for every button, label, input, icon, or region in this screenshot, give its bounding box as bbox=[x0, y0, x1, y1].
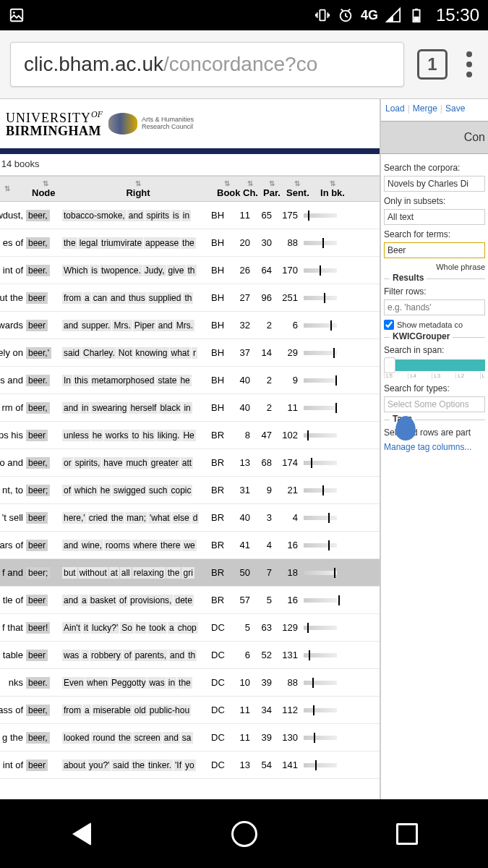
table-row[interactable]: nt, tobeer;ofwhichheswiggedsuchcopicBR31… bbox=[0, 477, 380, 504]
sort-icon[interactable]: ⇅ bbox=[286, 180, 308, 187]
table-row[interactable]: nksbeer.EvenwhenPeggottywasintheDC103988 bbox=[0, 669, 380, 697]
book-cell: DC bbox=[211, 760, 233, 770]
label-terms: Search for terms: bbox=[384, 229, 485, 239]
sort-icon[interactable]: ⇅ bbox=[314, 180, 351, 187]
table-row[interactable]: int ofbeer.Whichistwopence.Judy,givethBH… bbox=[0, 257, 380, 284]
load-link[interactable]: Load bbox=[385, 103, 405, 116]
table-row[interactable]: ass ofbeer,fromamiserableoldpublic-houDC… bbox=[0, 697, 380, 724]
sort-icon[interactable]: ⇅ bbox=[217, 180, 237, 187]
table-row[interactable]: o andbeer,orspirits,havemuchgreaterattBR… bbox=[0, 449, 380, 477]
filter-input[interactable] bbox=[384, 299, 485, 315]
table-row[interactable]: es ofbeer,thelegaltriumvirateappeasetheB… bbox=[0, 229, 380, 257]
table-row[interactable]: f andbeer;butwithoutatallrelaxingthegriB… bbox=[0, 559, 380, 587]
corpora-select[interactable]: Novels by Charles Di bbox=[384, 176, 485, 192]
right-context: lookedroundthescreenandsa bbox=[59, 732, 211, 744]
result-count: om 14 books bbox=[0, 154, 380, 176]
table-row[interactable]: tablebeerwasarobberyofparents,andthDC652… bbox=[0, 642, 380, 669]
node-word: beer; bbox=[26, 485, 59, 495]
metadata-checkbox[interactable] bbox=[384, 320, 394, 330]
table-row[interactable]: ps hisbeerunlessheworkstohisliking.HeBR8… bbox=[0, 422, 380, 449]
left-context: g the bbox=[0, 732, 26, 743]
paragraph-cell: 30 bbox=[253, 237, 275, 248]
whole-phrase-label: Whole phrase bbox=[436, 263, 485, 271]
save-link[interactable]: Save bbox=[445, 103, 465, 116]
manage-tags-link[interactable]: Manage tag columns... bbox=[384, 442, 485, 452]
table-row[interactable]: s andbeer.InthismetamorphosedstateheBH40… bbox=[0, 367, 380, 394]
sort-icon[interactable]: ⇅ bbox=[243, 180, 257, 187]
sentence-cell: 130 bbox=[275, 732, 301, 743]
sort-icon[interactable]: ⇅ bbox=[32, 180, 59, 187]
right-context: unlessheworkstohisliking.He bbox=[59, 430, 211, 441]
chapter-cell: 26 bbox=[233, 265, 253, 276]
url-bar[interactable]: clic.bham.ac.uk/concordance?co bbox=[10, 42, 404, 87]
chapter-cell: 40 bbox=[233, 375, 253, 386]
concordance-table: om 14 books ⇅ ⇅Node ⇅Right ⇅Book ⇅Ch. ⇅P… bbox=[0, 154, 380, 799]
left-context: f and bbox=[0, 567, 26, 578]
inbook-cell bbox=[301, 406, 344, 410]
sort-icon[interactable]: ⇅ bbox=[65, 180, 211, 187]
table-row[interactable]: f thatbeer!Ain'titlucky?'SohetookachopDC… bbox=[0, 614, 380, 642]
subsets-select[interactable]: All text bbox=[384, 209, 485, 225]
left-context: ut the bbox=[0, 292, 26, 303]
overflow-menu[interactable] bbox=[461, 51, 478, 77]
paragraph-cell: 34 bbox=[253, 705, 275, 715]
paragraph-cell: 47 bbox=[253, 430, 275, 441]
inbook-cell bbox=[301, 378, 344, 383]
right-context: Inthismetamorphosedstatehe bbox=[59, 375, 211, 386]
table-header: ⇅ ⇅Node ⇅Right ⇅Book ⇅Ch. ⇅Par. ⇅Sent. ⇅… bbox=[0, 176, 380, 202]
node-word: beer. bbox=[26, 375, 59, 386]
node-word: beer bbox=[26, 760, 59, 770]
battery-icon bbox=[408, 7, 424, 23]
birmingham-logo: UNIVERSITYOF BIRMINGHAM bbox=[6, 110, 103, 137]
sentence-cell: 11 bbox=[275, 402, 301, 413]
types-select[interactable]: Select Some Options bbox=[384, 396, 485, 412]
paragraph-cell: 65 bbox=[253, 210, 275, 221]
inbook-cell bbox=[301, 268, 344, 273]
node-word: beer; bbox=[26, 567, 59, 578]
text-cursor-handle[interactable] bbox=[395, 416, 416, 441]
right-context: fromacanandthussuppliedth bbox=[59, 292, 211, 304]
table-row[interactable]: tle ofbeerandabasketofprovisions,deteBR5… bbox=[0, 587, 380, 614]
home-button[interactable] bbox=[227, 817, 262, 851]
table-row[interactable]: rm ofbeer,andinswearingherselfblackinBH4… bbox=[0, 394, 380, 422]
paragraph-cell: 39 bbox=[253, 677, 275, 688]
paragraph-cell: 4 bbox=[253, 540, 275, 550]
sort-icon[interactable]: ⇅ bbox=[263, 180, 281, 187]
panel-tab-concordance[interactable]: Con bbox=[381, 121, 488, 154]
sentence-cell: 112 bbox=[275, 705, 301, 715]
sentence-cell: 175 bbox=[275, 210, 301, 221]
recent-button[interactable] bbox=[390, 817, 424, 851]
chapter-cell: 20 bbox=[233, 237, 253, 248]
table-row[interactable]: 't sellbeerhere,'criedtheman;'whatelsedB… bbox=[0, 504, 380, 532]
node-word: beer. bbox=[26, 265, 59, 276]
book-cell: BR bbox=[211, 512, 233, 523]
node-word: beer. bbox=[26, 677, 59, 688]
left-context: s and bbox=[0, 375, 26, 386]
tab-switcher[interactable]: 1 bbox=[417, 49, 448, 80]
chapter-cell: 13 bbox=[233, 457, 253, 468]
table-row[interactable]: g thebeer,lookedroundthescreenandsaDC113… bbox=[0, 724, 380, 752]
book-cell: BR bbox=[211, 430, 233, 441]
table-row[interactable]: wdust,beer,tobacco-smoke,andspiritsisinB… bbox=[0, 202, 380, 229]
chapter-cell: 6 bbox=[233, 650, 253, 660]
merge-link[interactable]: Merge bbox=[413, 103, 437, 116]
paragraph-cell: 96 bbox=[253, 292, 275, 303]
table-row[interactable]: ut thebeerfromacanandthussuppliedthBH279… bbox=[0, 284, 380, 312]
inbook-cell bbox=[301, 736, 344, 740]
node-word: beer, bbox=[26, 210, 59, 221]
left-context: table bbox=[0, 650, 26, 660]
right-context: andinswearingherselfblackin bbox=[59, 402, 211, 414]
android-nav-bar bbox=[0, 799, 488, 868]
table-row[interactable]: wardsbeerandsupper.Mrs.PiperandMrs.BH322… bbox=[0, 312, 380, 339]
table-row[interactable]: int ofbeeraboutyou?'saidthetinker.'IfyoD… bbox=[0, 752, 380, 779]
sentence-cell: 251 bbox=[275, 292, 301, 303]
back-button[interactable] bbox=[64, 817, 99, 851]
chapter-cell: 41 bbox=[233, 540, 253, 550]
terms-input[interactable]: Beer bbox=[384, 242, 485, 258]
chapter-cell: 11 bbox=[233, 210, 253, 221]
sort-icon[interactable]: ⇅ bbox=[0, 185, 26, 192]
table-row[interactable]: ars ofbeerandwine,roomswherethereweBR414… bbox=[0, 532, 380, 559]
span-slider[interactable] bbox=[384, 359, 485, 371]
left-context: wdust, bbox=[0, 210, 26, 221]
table-row[interactable]: ely onbeer,'saidCharley.NotknowingwhatrB… bbox=[0, 339, 380, 367]
